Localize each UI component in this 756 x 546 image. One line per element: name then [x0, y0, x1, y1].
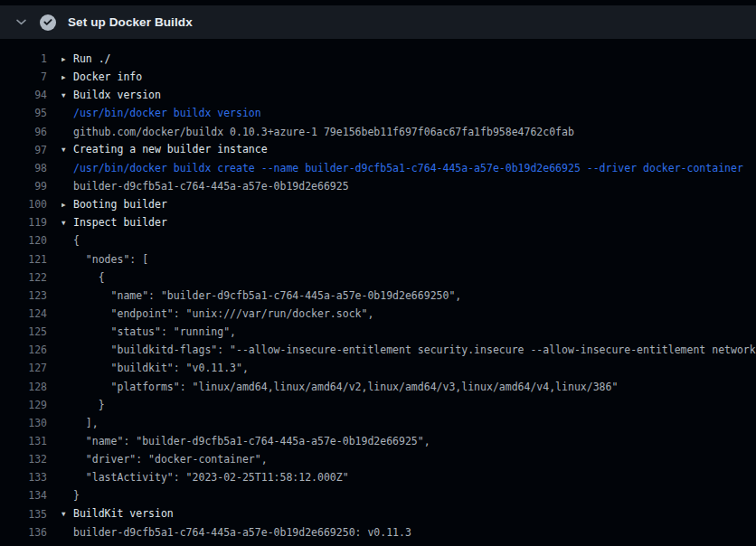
line-number[interactable]: 129 — [0, 396, 47, 414]
collapse-group-icon[interactable]: ▼ — [61, 214, 73, 232]
log-line: 98 /usr/bin/docker buildx create --name … — [0, 159, 756, 177]
log-line: 126 "buildkitd-flags": "--allow-insecure… — [0, 341, 756, 359]
log-line: 129 } — [0, 396, 756, 414]
log-line: 128 "platforms": "linux/amd64,linux/amd6… — [0, 378, 756, 396]
line-number[interactable]: 98 — [0, 159, 47, 177]
log-line: 133 "lastActivity": "2023-02-25T11:58:12… — [0, 468, 756, 486]
chevron-down-icon[interactable] — [14, 15, 28, 29]
group-title[interactable]: Docker info — [73, 71, 142, 83]
log-line-content[interactable]: ▶Run ./ — [61, 50, 756, 69]
log-line-content[interactable]: ▼BuildKit version — [61, 504, 756, 523]
log-line-content: "buildkit": "v0.11.3", — [61, 359, 756, 377]
log-line-content: } — [61, 486, 756, 504]
log-line: 96 github.com/docker/buildx 0.10.3+azure… — [0, 123, 756, 141]
line-number[interactable]: 96 — [0, 123, 47, 141]
log-line: 120 { — [0, 231, 756, 249]
log-line: 124 "endpoint": "unix:///var/run/docker.… — [0, 305, 756, 323]
line-number[interactable]: 131 — [0, 432, 47, 450]
log-line: 119 ▼Inspect builder — [0, 213, 756, 231]
log-line: 130 ], — [0, 414, 756, 432]
log-line-content: { — [61, 268, 756, 287]
line-number[interactable]: 121 — [0, 250, 47, 268]
log-line-content: builder-d9cfb5a1-c764-445a-a57e-0b19d2e6… — [61, 177, 756, 195]
line-number[interactable]: 128 — [0, 378, 47, 396]
log-line: 122 { — [0, 268, 756, 287]
log-line: 123 "name": "builder-d9cfb5a1-c764-445a-… — [0, 287, 756, 305]
expand-group-icon[interactable]: ▶ — [61, 196, 73, 214]
log-line-content[interactable]: ▼Inspect builder — [61, 213, 756, 232]
check-circle-icon — [40, 14, 56, 31]
line-number[interactable]: 7 — [0, 68, 47, 86]
collapse-group-icon[interactable]: ▼ — [61, 141, 73, 159]
line-number[interactable]: 120 — [0, 231, 47, 249]
line-number[interactable]: 123 — [0, 287, 47, 305]
log-line-content: "platforms": "linux/amd64,linux/amd64/v2… — [61, 378, 756, 396]
log-line-content[interactable]: ▶Docker info — [61, 68, 756, 87]
line-number[interactable]: 126 — [0, 341, 47, 359]
log-line-content: "driver": "docker-container", — [61, 450, 756, 468]
log-line-content[interactable]: ▼Buildx version — [61, 86, 756, 105]
log-line-content: ], — [61, 414, 756, 432]
log-line-content: "name": "builder-d9cfb5a1-c764-445a-a57e… — [61, 432, 756, 450]
log-line: 125 "status": "running", — [0, 323, 756, 341]
line-number[interactable]: 133 — [0, 468, 47, 486]
line-number[interactable]: 97 — [0, 141, 47, 159]
collapse-group-icon[interactable]: ▼ — [61, 505, 73, 523]
line-number[interactable]: 99 — [0, 177, 47, 195]
log-line: 1 ▶Run ./ — [0, 50, 756, 68]
group-title[interactable]: Inspect builder — [73, 216, 167, 229]
collapse-group-icon[interactable]: ▼ — [61, 87, 73, 105]
log-lines: 1 ▶Run ./ 7 ▶Docker info 94 ▼Buildx vers… — [0, 39, 756, 546]
line-number[interactable]: 95 — [0, 104, 47, 122]
log-line-content: builder-d9cfb5a1-c764-445a-a57e-0b19d2e6… — [61, 523, 756, 541]
log-line: 121 "nodes": [ — [0, 250, 756, 268]
log-line: 99 builder-d9cfb5a1-c764-445a-a57e-0b19d… — [0, 177, 756, 195]
group-title[interactable]: Buildx version — [73, 89, 161, 101]
log-line-content: /usr/bin/docker buildx version — [61, 104, 756, 122]
expand-group-icon[interactable]: ▶ — [61, 51, 73, 69]
log-line-content: "endpoint": "unix:///var/run/docker.sock… — [61, 305, 756, 323]
log-line-content: "status": "running", — [61, 323, 756, 341]
log-line-content: "nodes": [ — [61, 250, 756, 268]
log-line: 100 ▶Booting builder — [0, 195, 756, 213]
line-number[interactable]: 127 — [0, 359, 47, 377]
group-title[interactable]: Booting builder — [73, 198, 167, 211]
log-line-content: github.com/docker/buildx 0.10.3+azure-1 … — [61, 123, 756, 141]
log-line-content[interactable]: ▼Creating a new builder instance — [61, 140, 756, 159]
log-line-content[interactable]: ▶Booting builder — [61, 195, 756, 214]
line-number[interactable]: 130 — [0, 414, 47, 432]
log-line-content: "name": "builder-d9cfb5a1-c764-445a-a57e… — [61, 287, 756, 305]
line-number[interactable]: 136 — [0, 523, 47, 541]
line-number[interactable]: 100 — [0, 195, 47, 213]
log-line-content: } — [61, 396, 756, 414]
log-line-content: "lastActivity": "2023-02-25T11:58:12.000… — [61, 468, 756, 486]
line-number[interactable]: 119 — [0, 213, 47, 231]
log-line: 7 ▶Docker info — [0, 68, 756, 86]
step-title: Set up Docker Buildx — [68, 15, 193, 29]
group-title[interactable]: Creating a new builder instance — [73, 143, 268, 155]
line-number[interactable]: 135 — [0, 505, 47, 523]
log-line: 136 builder-d9cfb5a1-c764-445a-a57e-0b19… — [0, 523, 756, 541]
log-line: 127 "buildkit": "v0.11.3", — [0, 359, 756, 377]
line-number[interactable]: 132 — [0, 450, 47, 468]
log-line: 94 ▼Buildx version — [0, 86, 756, 104]
log-line-content: "buildkitd-flags": "--allow-insecure-ent… — [61, 341, 756, 359]
log-line-content: /usr/bin/docker buildx create --name bui… — [61, 159, 756, 177]
line-number[interactable]: 124 — [0, 305, 47, 323]
expand-group-icon[interactable]: ▶ — [61, 69, 73, 87]
log-line: 131 "name": "builder-d9cfb5a1-c764-445a-… — [0, 432, 756, 450]
line-number[interactable]: 125 — [0, 323, 47, 341]
log-line: 95 /usr/bin/docker buildx version — [0, 104, 756, 122]
log-line-content: { — [61, 231, 756, 249]
log-line: 97 ▼Creating a new builder instance — [0, 141, 756, 159]
log-line: 132 "driver": "docker-container", — [0, 450, 756, 468]
log-line: 134 } — [0, 486, 756, 504]
line-number[interactable]: 94 — [0, 86, 47, 104]
group-title[interactable]: Run ./ — [73, 52, 111, 65]
line-number[interactable]: 1 — [0, 50, 47, 68]
group-title[interactable]: BuildKit version — [73, 507, 174, 520]
step-header[interactable]: Set up Docker Buildx — [0, 5, 756, 39]
line-number[interactable]: 134 — [0, 486, 47, 504]
line-number[interactable]: 122 — [0, 268, 47, 287]
log-line: 135 ▼BuildKit version — [0, 505, 756, 523]
